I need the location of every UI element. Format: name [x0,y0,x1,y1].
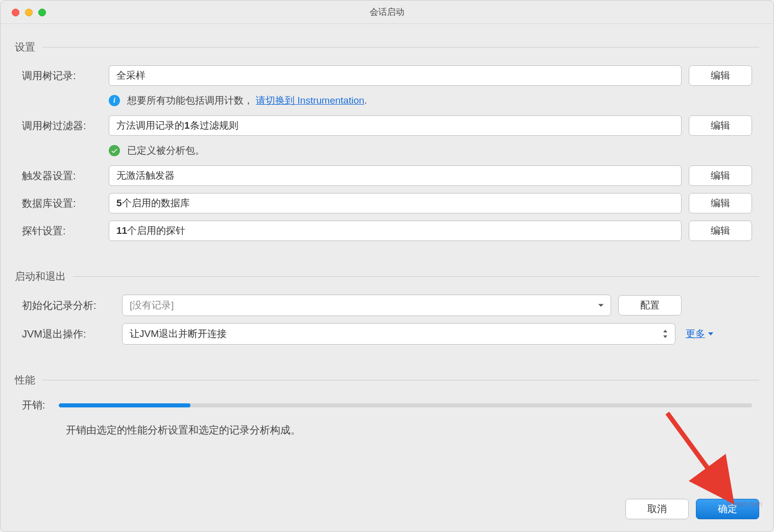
label-call-tree-filter: 调用树过滤器: [22,119,109,133]
label-trigger: 触发器设置: [22,169,109,183]
session-startup-dialog: 会话启动 设置 调用树记录: 全采样 编辑 i 想要所有功能包括调用计数， 请切… [0,0,774,532]
dialog-content: 设置 调用树记录: 全采样 编辑 i 想要所有功能包括调用计数， 请切换到 In… [1,24,773,531]
label-probe: 探针设置: [22,224,109,238]
row-init-record: 初始化记录分析: [没有记录] 配置 [15,295,759,323]
overhead-bar [59,403,752,407]
row-jvm-exit: JVM退出操作: 让JVM退出并断开连接 更多 [15,323,759,352]
section-settings: 设置 调用树记录: 全采样 编辑 i 想要所有功能包括调用计数， 请切换到 In… [15,40,759,248]
minimize-icon[interactable] [25,9,33,16]
overhead-description: 开销由选定的性能分析设置和选定的记录分析构成。 [15,418,759,437]
label-call-tree-record: 调用树记录: [22,69,109,83]
label-jvm-exit: JVM退出操作: [22,327,122,341]
label-init-record: 初始化记录分析: [22,299,122,312]
row-call-tree-filter: 调用树过滤器: 方法调用记录的1条过滤规则 编辑 [15,115,759,143]
label-overhead: 开销: [22,398,59,412]
switch-to-instrumentation-link[interactable]: 请切换到 Instrumentation [256,95,364,106]
section-title-startup: 启动和退出 [15,270,66,283]
row-probe: 探针设置: 11个启用的探针 编辑 [15,221,759,248]
close-icon[interactable] [12,9,19,16]
overhead-fill [59,403,190,407]
check-icon [109,145,120,156]
divider [73,276,759,277]
section-title-performance: 性能 [15,373,35,387]
section-performance: 性能 开销: 开销由选定的性能分析设置和选定的记录分析构成。 [15,373,759,437]
caret-down-icon [708,332,713,335]
maximize-icon[interactable] [38,9,46,16]
edit-call-tree-record-button[interactable]: 编辑 [689,65,752,86]
edit-database-button[interactable]: 编辑 [689,193,752,213]
field-trigger: 无激活触发器 [109,165,682,186]
info-icon: i [109,95,120,106]
watermark: Yunen.com [727,500,762,508]
dialog-title: 会话启动 [1,6,773,18]
field-call-tree-record: 全采样 [109,65,682,86]
select-jvm-exit[interactable]: 让JVM退出并断开连接 [122,323,675,345]
row-call-tree-record: 调用树记录: 全采样 编辑 [15,65,759,93]
edit-trigger-button[interactable]: 编辑 [689,165,752,186]
row-trigger: 触发器设置: 无激活触发器 编辑 [15,165,759,193]
more-link[interactable]: 更多 [686,327,713,341]
section-startup: 启动和退出 初始化记录分析: [没有记录] 配置 JVM退出操作: 让JVM退出… [15,270,759,352]
row-call-tree-filter-check: 已定义被分析包。 [15,143,759,165]
label-database: 数据库设置: [22,197,109,210]
row-call-tree-record-tip: i 想要所有功能包括调用计数， 请切换到 Instrumentation. [15,93,759,115]
section-title-settings: 设置 [15,40,35,54]
configure-init-record-button[interactable]: 配置 [618,295,682,316]
field-call-tree-filter: 方法调用记录的1条过滤规则 [109,115,682,136]
field-database: 5个启用的数据库 [109,193,682,213]
window-controls [12,9,46,16]
field-probe: 11个启用的探针 [109,221,682,241]
chevron-down-icon [596,301,606,310]
row-overhead: 开销: [15,398,759,418]
cancel-button[interactable]: 取消 [625,499,689,519]
divider [42,47,759,47]
select-init-record[interactable]: [没有记录] [122,295,611,316]
chevron-updown-icon [661,329,670,338]
divider [42,380,759,380]
titlebar: 会话启动 [1,1,773,24]
edit-call-tree-filter-button[interactable]: 编辑 [689,115,752,136]
row-database: 数据库设置: 5个启用的数据库 编辑 [15,193,759,221]
edit-probe-button[interactable]: 编辑 [689,221,752,241]
